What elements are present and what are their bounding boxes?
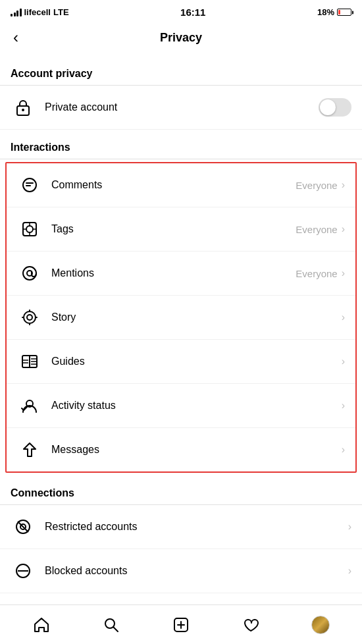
mentions-value: Everyone xyxy=(296,268,337,279)
bottom-nav xyxy=(0,604,362,644)
account-privacy-section: Account privacy Private account xyxy=(0,56,362,130)
interactions-highlight-box: Comments Everyone › Tags Everyone › xyxy=(5,162,357,473)
back-button[interactable]: ‹ xyxy=(11,27,21,48)
private-account-label: Private account xyxy=(45,101,319,113)
story-icon xyxy=(17,305,42,330)
signal-icon xyxy=(11,9,22,16)
svg-line-27 xyxy=(114,627,118,631)
comments-item[interactable]: Comments Everyone › xyxy=(7,163,355,207)
svg-point-4 xyxy=(26,226,33,232)
status-right: 18% xyxy=(317,7,351,17)
restricted-icon xyxy=(11,514,36,539)
story-item[interactable]: Story › xyxy=(7,296,355,340)
comments-icon xyxy=(17,173,42,198)
tags-label: Tags xyxy=(51,223,296,235)
tags-value: Everyone xyxy=(296,224,337,235)
nav-profile[interactable] xyxy=(286,616,355,634)
svg-line-23 xyxy=(18,522,28,532)
nav-home[interactable] xyxy=(7,616,76,633)
lock-icon xyxy=(11,95,36,120)
mentions-label: Mentions xyxy=(51,267,296,279)
guides-label: Guides xyxy=(51,356,338,367)
profile-avatar xyxy=(311,616,330,634)
battery-percent: 18% xyxy=(317,7,334,17)
story-label: Story xyxy=(51,311,338,323)
svg-point-8 xyxy=(27,315,32,320)
comments-label: Comments xyxy=(51,179,296,191)
story-chevron: › xyxy=(342,311,345,323)
private-account-item[interactable]: Private account xyxy=(0,86,362,130)
comments-value: Everyone xyxy=(296,180,337,191)
guides-chevron: › xyxy=(342,356,345,367)
mentions-icon xyxy=(17,261,42,286)
restricted-chevron: › xyxy=(348,521,351,533)
interactions-section: Interactions Comments Everyone › xyxy=(0,130,362,473)
carrier-label: lifecell xyxy=(24,7,51,17)
guides-icon xyxy=(17,349,42,374)
network-label: LTE xyxy=(53,7,69,17)
connections-header: Connections xyxy=(0,475,362,504)
blocked-accounts-label: Blocked accounts xyxy=(45,565,348,577)
account-privacy-header: Account privacy xyxy=(0,56,362,85)
tags-item[interactable]: Tags Everyone › xyxy=(7,207,355,252)
activity-status-icon xyxy=(17,393,42,418)
time-label: 16:11 xyxy=(180,7,205,18)
nav-search[interactable] xyxy=(76,616,146,633)
tags-chevron: › xyxy=(342,223,345,235)
activity-status-chevron: › xyxy=(342,400,345,412)
page-title: Privacy xyxy=(160,31,202,45)
svg-point-5 xyxy=(23,267,36,280)
connections-section: Connections Restricted accounts › xyxy=(0,475,362,593)
status-left: lifecell LTE xyxy=(11,7,69,17)
blocked-icon xyxy=(11,558,36,583)
svg-point-7 xyxy=(24,311,36,323)
nav-create[interactable] xyxy=(146,616,216,633)
guides-item[interactable]: Guides › xyxy=(7,340,355,384)
activity-status-item[interactable]: Activity status › xyxy=(7,384,355,428)
nav-heart[interactable] xyxy=(216,616,286,633)
blocked-accounts-item[interactable]: Blocked accounts › xyxy=(0,549,362,593)
private-account-toggle[interactable] xyxy=(319,98,351,117)
restricted-accounts-item[interactable]: Restricted accounts › xyxy=(0,505,362,549)
divider2 xyxy=(0,159,362,159)
status-bar: lifecell LTE 16:11 18% xyxy=(0,0,362,22)
messages-label: Messages xyxy=(51,444,338,456)
header: ‹ Privacy xyxy=(0,22,362,56)
svg-point-1 xyxy=(22,109,24,111)
tags-icon xyxy=(17,217,42,242)
messages-icon xyxy=(17,437,42,462)
comments-chevron: › xyxy=(342,179,345,191)
mentions-chevron: › xyxy=(342,267,345,279)
interactions-header: Interactions xyxy=(0,130,362,159)
messages-chevron: › xyxy=(342,444,345,456)
activity-status-label: Activity status xyxy=(51,400,338,412)
restricted-accounts-label: Restricted accounts xyxy=(45,521,348,533)
battery-icon xyxy=(337,9,351,16)
messages-item[interactable]: Messages › xyxy=(7,428,355,471)
blocked-chevron: › xyxy=(348,565,351,577)
mentions-item[interactable]: Mentions Everyone › xyxy=(7,252,355,296)
